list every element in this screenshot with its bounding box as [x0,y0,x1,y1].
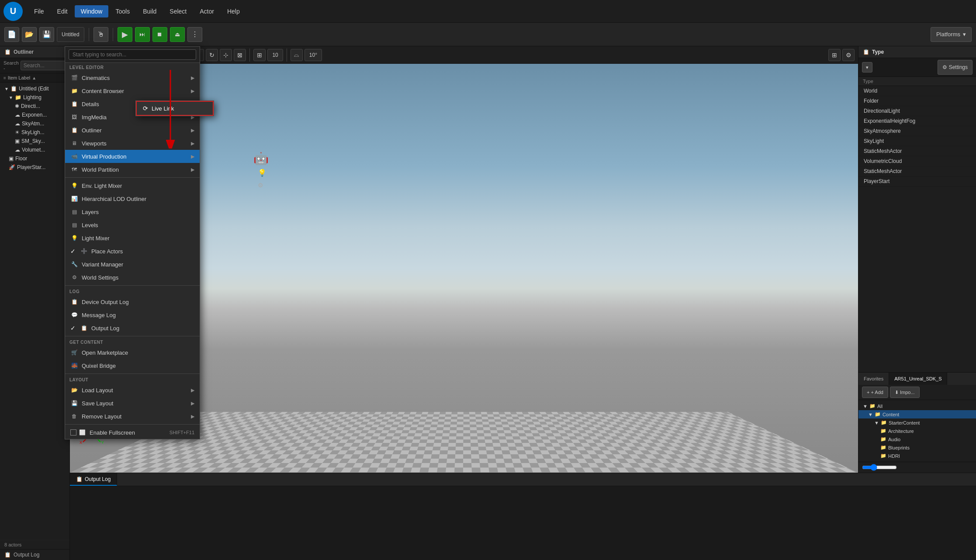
viewport-options-btn[interactable]: ⚙ [842,49,855,61]
dd-item-device-output-log[interactable]: 📋 Device Output Log [65,295,200,308]
menu-build[interactable]: Build [137,5,163,17]
save-btn[interactable]: 💾 [39,27,54,42]
new-file-btn[interactable]: 📄 [4,27,19,42]
dd-item-light-mixer[interactable]: 💡 Light Mixer [65,232,200,245]
dd-item-viewports[interactable]: 🖥 Viewports ▶ [65,137,200,150]
dd-item-remove-layout[interactable]: 🗑 Remove Layout ▶ [65,410,200,423]
menu-select[interactable]: Select [163,5,193,17]
tree-item-untitled[interactable]: ▼ 📋 Untitled (Edit [0,84,69,93]
type-item-staticmesh1[interactable]: StaticMeshActor [858,146,976,156]
dd-item-message-log[interactable]: 💬 Message Log [65,308,200,321]
cb-tree-startercontent[interactable]: ▼ 📁 StarterContent [858,418,976,427]
skip-forward-btn[interactable]: ⏭ [135,27,150,42]
menu-edit[interactable]: Edit [51,5,74,17]
dd-item-variant-manager[interactable]: 🔧 Variant Manager [65,258,200,271]
tree-item-smsky[interactable]: ▣ SM_Sky... [0,137,69,145]
cb-tree-blueprints[interactable]: 📁 Blueprints [858,443,976,452]
layers-icon: ▤ [70,208,78,216]
cb-tree-architecture[interactable]: 📁 Architecture [858,427,976,435]
output-log-tab[interactable]: 📋 Output Log [70,473,117,486]
filter-dropdown-btn[interactable]: Item Label [8,75,30,80]
dd-item-world-settings[interactable]: ⚙ World Settings [65,271,200,284]
tree-item-lighting[interactable]: ▼ 📁 Lighting [0,93,69,102]
dd-item-imgmedia[interactable]: 🖼 ImgMedia ▶ [65,111,200,124]
type-item-playerstart[interactable]: PlayerStart [858,176,976,187]
open-btn[interactable]: 📂 [22,27,37,42]
settings-btn[interactable]: ⚙ Settings [938,60,973,75]
expand-viewport-btn[interactable]: ⊞ [828,49,841,61]
dd-item-label: Outliner [82,127,102,134]
dd-item-enable-fullscreen[interactable]: ⬜ Enable Fullscreen SHIFT+F11 [65,426,200,439]
dd-item-quixel-bridge[interactable]: 🌉 Quixel Bridge [65,359,200,372]
eject-btn[interactable]: ⏏ [170,27,185,42]
dd-item-outliner[interactable]: 📋 Outliner ▶ [65,124,200,137]
type-item-folder[interactable]: Folder [858,96,976,106]
menu-window[interactable]: Window [75,5,109,17]
cb-tree-content[interactable]: ▼ 📁 Content [858,410,976,418]
dd-item-load-layout[interactable]: 📂 Load Layout ▶ [65,384,200,397]
dd-item-levels[interactable]: ▤ Levels [65,218,200,232]
tree-item-directional[interactable]: ✱ Directi... [0,102,69,111]
window-dropdown-menu[interactable]: LEVEL EDITOR 🎬 Cinematics ▶ 📁 Content Br… [65,46,200,439]
dd-item-virtual-production[interactable]: 📹 Virtual Production ▶ [65,150,200,163]
dd-item-save-layout[interactable]: 💾 Save Layout ▶ [65,397,200,410]
filter-dropdown-btn[interactable]: ▾ [862,62,872,73]
sdk-tab-label: AR51_Unreal_SDK_S [894,376,941,381]
grid-size-btn[interactable]: 10 [267,49,283,61]
menu-file[interactable]: File [28,5,50,17]
scale-tool-btn[interactable]: ⊹ [220,49,232,61]
favorites-tab[interactable]: Favorites [858,373,889,385]
dd-item-place-actors[interactable]: ✓ ➕ Place Actors [65,245,200,258]
menu-actor[interactable]: Actor [194,5,220,17]
menu-help[interactable]: Help [221,5,246,17]
env-light-icon: 💡 [70,182,78,190]
transform-mode-btn[interactable]: ⊠ [234,49,246,61]
dd-item-layers[interactable]: ▤ Layers [65,205,200,218]
play-btn[interactable]: ▶ [118,27,132,42]
dd-item-world-partition[interactable]: 🗺 World Partition ▶ [65,163,200,176]
outliner-search-input[interactable] [21,61,66,70]
type-item-staticmesh2[interactable]: StaticMeshActor [858,166,976,176]
stop-btn[interactable]: ⏹ [152,27,167,42]
svg-text:Y: Y [101,440,104,445]
menu-tools[interactable]: Tools [109,5,136,17]
import-btn[interactable]: ⬇ Impo... [890,387,920,398]
more-options-btn[interactable]: ⋮ [187,27,202,42]
world-grid-btn[interactable]: ⊞ [253,49,266,61]
cb-tree-hdri[interactable]: 📁 HDRI [858,452,976,460]
place-actors-icon: ➕ [80,247,88,255]
dd-item-marketplace[interactable]: 🛒 Open Marketplace [65,346,200,359]
dd-item-content-browser[interactable]: 📁 Content Browser ▶ [65,84,200,97]
tree-item-floor[interactable]: ▣ Floor [0,154,69,163]
cb-tree-audio[interactable]: 📁 Audio [858,435,976,443]
rotate-tool-btn[interactable]: ↻ [206,49,218,61]
type-item-dirlight[interactable]: DirectionalLight [858,106,976,116]
type-item-skyatm[interactable]: SkyAtmosphere [858,126,976,136]
type-item-expfog[interactable]: ExponentialHeightFog [858,116,976,126]
tree-item-volumetric[interactable]: ☁ Volumet... [0,145,69,154]
size-slider[interactable] [862,464,897,471]
output-log-check-icon: ✓ [70,325,78,332]
angle-btn[interactable]: 10° [305,49,322,61]
dd-item-details[interactable]: 📋 Details ▶ [65,97,200,111]
tree-item-playerstart[interactable]: 🚀 PlayerStar... [0,163,69,172]
type-item-skylight[interactable]: SkyLight [858,136,976,146]
platforms-btn[interactable]: Platforms ▾ [931,27,972,42]
tree-item-skyatm[interactable]: ☁ SkyAtm... [0,119,69,128]
output-log-btn[interactable]: 📋 Output Log [0,549,69,560]
type-item-volumetric[interactable]: VolumetricCloud [858,156,976,166]
tree-item-exponential[interactable]: ☁ Exponen... [0,111,69,119]
tree-item-skylight[interactable]: ☀ SkyLigh... [0,128,69,137]
dd-item-cinematics[interactable]: 🎬 Cinematics ▶ [65,71,200,84]
type-item-world[interactable]: World [858,86,976,96]
dd-item-env-light-mixer[interactable]: 💡 Env. Light Mixer [65,179,200,192]
cb-tree-all[interactable]: ▼ 📁 All [858,402,976,410]
tree-label: Exponen... [22,112,47,118]
details-icon: 📋 [70,100,78,108]
sdk-tab[interactable]: AR51_Unreal_SDK_S [889,373,947,385]
dd-search-input[interactable] [69,49,196,60]
dd-item-output-log[interactable]: ✓ 📋 Output Log [65,321,200,335]
dd-item-hierarchical-lod[interactable]: 📊 Hierarchical LOD Outliner [65,192,200,205]
mode-btn-1[interactable]: 🖱 [93,27,108,42]
add-content-btn[interactable]: + + Add [862,387,888,398]
